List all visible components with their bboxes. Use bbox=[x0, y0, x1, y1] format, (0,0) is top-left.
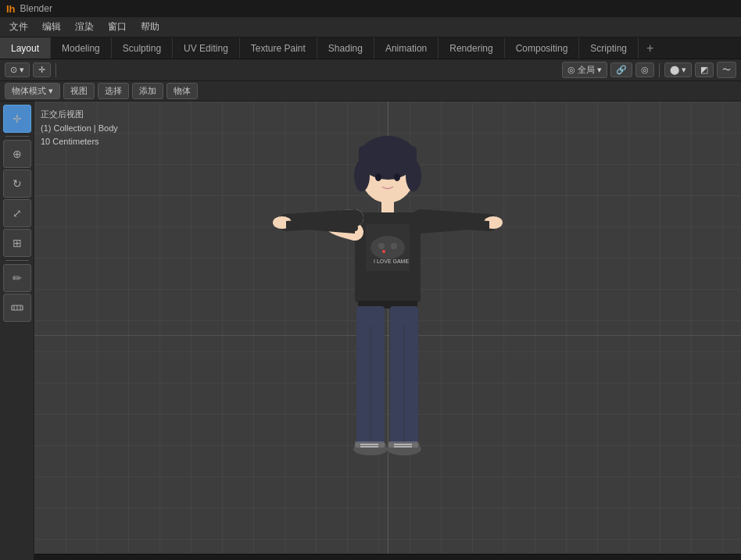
object-menu[interactable]: 物体 bbox=[166, 83, 198, 99]
global-dropdown-icon: ▾ bbox=[597, 65, 602, 75]
mode-dropdown-arrow: ▾ bbox=[48, 86, 53, 95]
snap-button[interactable]: 🔗 bbox=[610, 62, 632, 77]
overlay-icon: ⬤ bbox=[670, 65, 679, 75]
mode-selector[interactable]: ⊙ ▾ bbox=[5, 62, 30, 77]
mode-bar: 物体模式 ▾ 视图 选择 添加 物体 bbox=[0, 81, 741, 102]
app-title: Blender bbox=[20, 3, 52, 14]
tab-compositing[interactable]: Compositing bbox=[505, 37, 580, 59]
menu-help[interactable]: 帮助 bbox=[134, 19, 166, 35]
menu-edit[interactable]: 编辑 bbox=[36, 19, 67, 35]
shading-material-icon: 〜 bbox=[722, 64, 731, 76]
svg-point-16 bbox=[391, 243, 397, 249]
global-orientation-selector[interactable]: ◎ 全局 ▾ bbox=[562, 62, 607, 78]
tab-animation[interactable]: Animation bbox=[374, 37, 439, 59]
shading-solid-icon: ◩ bbox=[700, 65, 708, 75]
workspace-tabs: Layout Modeling Sculpting UV Editing Tex… bbox=[0, 37, 741, 59]
tool-separator-2 bbox=[5, 260, 29, 261]
svg-point-7 bbox=[354, 160, 370, 191]
tab-scripting[interactable]: Scripting bbox=[579, 37, 639, 59]
tab-uv-editing[interactable]: UV Editing bbox=[173, 37, 240, 59]
shading-solid-btn[interactable]: ◩ bbox=[695, 62, 714, 77]
main-area: ✛ ⊕ ↻ ⤢ ⊞ ✏ 正交后视图 (1) Collection | Body … bbox=[0, 102, 741, 560]
left-toolbar: ✛ ⊕ ↻ ⤢ ⊞ ✏ bbox=[0, 102, 34, 560]
proportional-edit-button[interactable]: ◎ bbox=[635, 62, 654, 77]
tab-rendering[interactable]: Rendering bbox=[439, 37, 504, 59]
tab-sculpting[interactable]: Sculpting bbox=[112, 37, 173, 59]
mode-icon: ⊙ bbox=[10, 65, 17, 75]
global-label: 全局 bbox=[578, 64, 595, 76]
menu-window[interactable]: 窗口 bbox=[102, 19, 133, 35]
menu-render[interactable]: 渲染 bbox=[69, 19, 100, 35]
svg-point-15 bbox=[378, 243, 385, 249]
svg-rect-11 bbox=[381, 199, 394, 213]
add-menu[interactable]: 添加 bbox=[132, 83, 163, 99]
rotate-tool[interactable]: ↻ bbox=[3, 169, 31, 198]
mode-dropdown-icon: ▾ bbox=[20, 65, 24, 75]
menu-bar: 文件 编辑 渲染 窗口 帮助 bbox=[0, 17, 741, 37]
add-workspace-button[interactable]: + bbox=[639, 37, 661, 59]
measure-tool[interactable] bbox=[3, 294, 31, 322]
svg-point-9 bbox=[375, 173, 381, 181]
measure-icon bbox=[10, 301, 24, 315]
svg-point-8 bbox=[406, 160, 421, 191]
annotate-tool[interactable]: ✏ bbox=[3, 264, 31, 292]
separator-2 bbox=[659, 63, 660, 77]
svg-point-14 bbox=[370, 236, 405, 259]
shading-material-btn[interactable]: 〜 bbox=[717, 62, 736, 78]
header-toolbar: ⊙ ▾ ✛ ◎ 全局 ▾ 🔗 ◎ ⬤ ▾ ◩ 〜 bbox=[0, 59, 741, 81]
move-tool[interactable]: ⊕ bbox=[3, 140, 31, 168]
overlay-button[interactable]: ⬤ ▾ bbox=[664, 62, 692, 77]
select-menu[interactable]: 选择 bbox=[98, 83, 129, 99]
separator-1 bbox=[55, 63, 56, 77]
proportional-icon: ◎ bbox=[641, 65, 649, 75]
svg-point-10 bbox=[394, 173, 400, 181]
tool-separator-1 bbox=[5, 136, 29, 137]
transform-tool[interactable]: ⊞ bbox=[3, 229, 31, 257]
viewport[interactable]: 正交后视图 (1) Collection | Body 10 Centimete… bbox=[34, 102, 741, 560]
snap-icon: 🔗 bbox=[616, 65, 627, 75]
svg-text:I LOVE GAME: I LOVE GAME bbox=[374, 259, 409, 264]
tab-layout[interactable]: Layout bbox=[0, 37, 51, 59]
menu-file[interactable]: 文件 bbox=[3, 19, 34, 35]
tab-shading[interactable]: Shading bbox=[317, 37, 374, 59]
character-svg: I LOVE GAME bbox=[239, 130, 536, 521]
global-icon: ◎ bbox=[567, 65, 575, 75]
tab-texture-paint[interactable]: Texture Paint bbox=[240, 37, 317, 59]
scale-tool[interactable]: ⤢ bbox=[3, 199, 31, 227]
object-mode-label: 物体模式 bbox=[12, 86, 46, 95]
title-bar: Ih Blender bbox=[0, 0, 741, 17]
blender-logo: Ih bbox=[6, 3, 16, 15]
character-model: I LOVE GAME bbox=[239, 130, 536, 521]
status-bar bbox=[34, 554, 741, 560]
overlay-dropdown-icon: ▾ bbox=[682, 65, 686, 75]
tab-modeling[interactable]: Modeling bbox=[51, 37, 112, 59]
svg-point-17 bbox=[382, 250, 385, 253]
cursor-icon: ✛ bbox=[38, 65, 45, 75]
object-mode-selector[interactable]: 物体模式 ▾ bbox=[5, 83, 60, 99]
cursor-tool[interactable]: ✛ bbox=[3, 105, 31, 133]
view-menu[interactable]: 视图 bbox=[63, 83, 95, 99]
cursor-tool-btn[interactable]: ✛ bbox=[33, 62, 51, 77]
toolbar-right: ◎ 全局 ▾ 🔗 ◎ ⬤ ▾ ◩ 〜 bbox=[562, 62, 736, 78]
